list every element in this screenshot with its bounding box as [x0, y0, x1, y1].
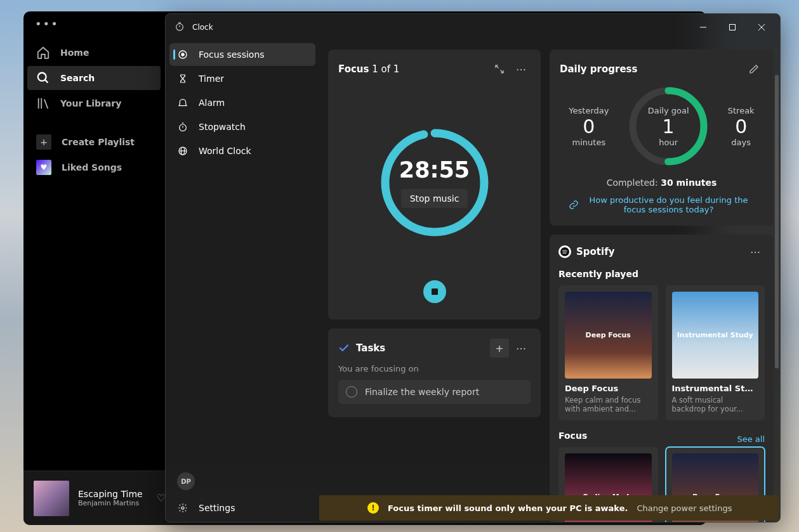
focus-session-card: Focus 1 of 1 ⋯ 28:5 [328, 49, 541, 320]
sidebar-item-search[interactable]: Search [27, 66, 161, 90]
more-icon[interactable]: ⋯ [746, 242, 765, 261]
expand-icon[interactable] [490, 60, 509, 79]
nav-label: Focus sessions [199, 49, 265, 60]
track-artist[interactable]: Benjamin Martins [78, 499, 143, 507]
spotify-sidebar: Home Search Your Library + Create Playli… [23, 36, 164, 525]
completed-text: Completed: 30 minutes [560, 178, 763, 188]
close-button[interactable] [747, 17, 776, 37]
plus-icon: + [36, 134, 51, 150]
album-art[interactable] [34, 481, 69, 516]
focusing-on-label: You are focusing on [338, 364, 531, 373]
tasks-title: Tasks [356, 342, 385, 354]
spotify-logo-icon [558, 245, 571, 258]
nav-item-stopwatch[interactable]: Stopwatch [169, 115, 315, 138]
maximize-button[interactable] [718, 17, 747, 37]
nav-item-timer[interactable]: Timer [169, 67, 315, 90]
focus-icon [177, 49, 188, 60]
warning-icon: ! [367, 502, 379, 514]
focus-section-heading: Focus [558, 431, 587, 441]
link-icon [569, 200, 579, 210]
clock-titlebar[interactable]: Clock [166, 14, 780, 41]
playlist-card-instrumental-study[interactable]: Instrumental Study Instrumental Study A … [666, 285, 765, 420]
profile-badge[interactable]: DP [177, 472, 195, 490]
focus-title: Focus 1 of 1 [338, 63, 399, 75]
nav-label: Timer [199, 74, 224, 84]
task-item[interactable]: Finalize the weekly report [338, 380, 531, 404]
recently-played-heading: Recently played [558, 269, 765, 279]
timer-icon [177, 74, 188, 84]
svg-point-14 [180, 124, 187, 131]
notification-action-link[interactable]: Change power settings [637, 503, 732, 513]
more-icon[interactable]: ⋯ [512, 339, 531, 358]
sidebar-label: Create Playlist [62, 137, 135, 147]
stop-music-button[interactable]: Stop music [401, 189, 468, 208]
svg-point-20 [182, 507, 184, 509]
spotify-menu-dots[interactable]: ••• [35, 17, 59, 30]
track-title[interactable]: Escaping Time [78, 489, 143, 499]
see-all-link[interactable]: See all [737, 434, 765, 444]
stopwatch-icon [177, 122, 188, 132]
app-title: Clock [192, 23, 213, 32]
nav-label: World Clock [199, 146, 251, 156]
sidebar-item-create-playlist[interactable]: + Create Playlist [27, 129, 161, 155]
stop-session-button[interactable] [423, 280, 446, 303]
like-track-icon[interactable]: ♡ [157, 492, 166, 504]
clock-nav: Focus sessions Timer Alarm Stopwatch Wor… [166, 41, 319, 522]
todo-icon [338, 342, 350, 354]
playlist-card-deep-focus[interactable]: Deep Focus Deep Focus Keep calm and focu… [558, 285, 658, 420]
sidebar-label: Home [60, 48, 89, 58]
nav-item-alarm[interactable]: Alarm [169, 91, 315, 114]
add-task-button[interactable]: + [490, 339, 509, 358]
spotify-brand-label: Spotify [576, 246, 614, 257]
stat-streak: Streak 0 days [728, 106, 755, 147]
heart-icon: ♥ [36, 160, 51, 175]
productivity-prompt-link[interactable]: How productive do you feel during the fo… [560, 195, 763, 214]
tasks-card: Tasks + ⋯ You are focusing on Finalize t… [328, 328, 541, 417]
playlist-art: Deep Focus [565, 292, 652, 379]
playlist-art: Instrumental Study [672, 292, 759, 379]
sidebar-label: Liked Songs [62, 162, 122, 172]
sidebar-label: Your Library [60, 98, 121, 108]
sidebar-label: Search [60, 73, 95, 83]
library-icon [36, 96, 50, 110]
nav-label: Stopwatch [199, 122, 246, 132]
svg-line-4 [44, 100, 48, 109]
svg-rect-9 [730, 25, 736, 30]
clock-window: Clock Focus sessions Timer Alarm Sto [165, 13, 781, 522]
nav-item-focus-sessions[interactable]: Focus sessions [169, 43, 315, 66]
daily-goal-ring: Daily goal 1 hour [627, 85, 710, 167]
notification-text: Focus timer will sound only when your PC… [388, 503, 628, 513]
sidebar-item-home[interactable]: Home [27, 41, 161, 65]
task-text: Finalize the weekly report [365, 387, 479, 397]
svg-point-13 [182, 53, 184, 56]
nav-label: Alarm [199, 98, 225, 108]
task-checkbox[interactable] [346, 386, 357, 398]
focus-time-remaining: 28:55 [399, 157, 470, 183]
home-icon [36, 46, 50, 60]
world-clock-icon [177, 146, 188, 156]
nav-label: Settings [199, 503, 235, 513]
svg-point-0 [38, 73, 46, 81]
gear-icon [177, 503, 188, 513]
edit-icon[interactable] [744, 60, 763, 79]
svg-line-1 [45, 80, 48, 83]
content-scrollbar[interactable] [775, 75, 779, 494]
search-icon [36, 71, 50, 85]
progress-title: Daily progress [560, 63, 637, 75]
alarm-icon [177, 98, 188, 108]
sidebar-item-liked-songs[interactable]: ♥ Liked Songs [27, 155, 161, 180]
sidebar-item-library[interactable]: Your Library [27, 91, 161, 115]
stat-yesterday: Yesterday 0 minutes [569, 106, 609, 147]
minimize-button[interactable] [689, 17, 718, 37]
notification-bar: ! Focus timer will sound only when your … [319, 495, 779, 521]
spotify-integration-card: Spotify ⋯ Recently played Deep Focus Dee… [550, 235, 774, 522]
clock-app-icon [175, 22, 185, 34]
nav-item-world-clock[interactable]: World Clock [169, 139, 315, 162]
nav-item-settings[interactable]: Settings [169, 496, 315, 519]
more-icon[interactable]: ⋯ [512, 60, 531, 79]
daily-progress-card: Daily progress Yesterday 0 minutes [550, 49, 774, 226]
focus-progress-ring: 28:55 Stop music [378, 126, 492, 240]
